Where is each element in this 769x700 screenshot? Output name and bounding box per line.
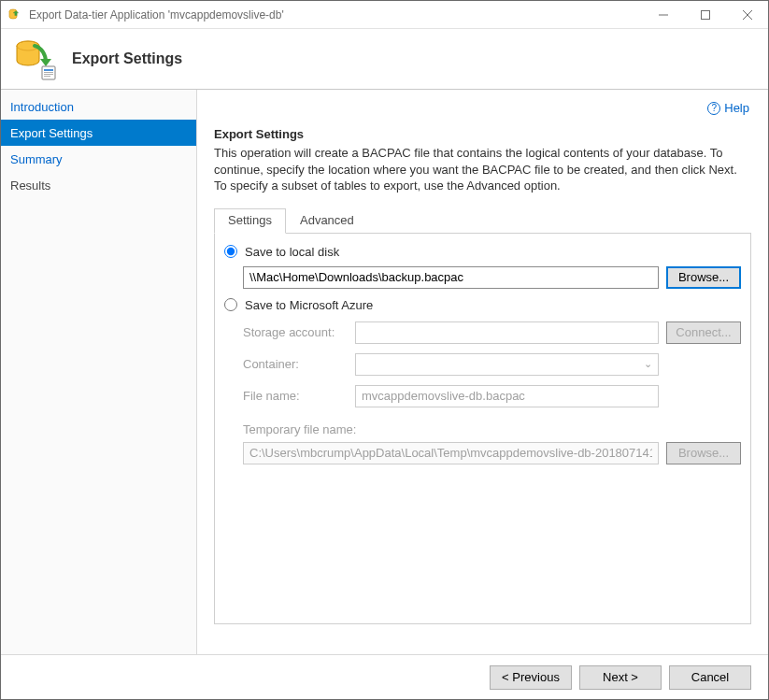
- window-title: Export Data-tier Application 'mvcappdemo…: [29, 8, 642, 21]
- browse-temp-button: Browse...: [666, 442, 741, 464]
- sidebar-item-label: Results: [10, 179, 50, 193]
- local-path-row: Browse...: [243, 266, 741, 289]
- storage-account-input: [355, 321, 659, 344]
- sidebar-item-introduction[interactable]: Introduction: [1, 93, 196, 120]
- connect-button: Connect...: [666, 321, 741, 344]
- titlebar: Export Data-tier Application 'mvcappdemo…: [1, 1, 768, 29]
- cancel-button[interactable]: Cancel: [669, 665, 751, 690]
- tab-settings[interactable]: Settings: [214, 208, 286, 234]
- local-path-input[interactable]: [243, 266, 659, 289]
- help-label: Help: [724, 101, 749, 115]
- temp-file-row: Temporary file name:: [243, 422, 741, 436]
- help-icon: ?: [707, 102, 720, 115]
- body: Introduction Export Settings Summary Res…: [1, 90, 768, 654]
- svg-rect-8: [44, 69, 53, 71]
- save-local-radio-label: Save to local disk: [245, 245, 339, 259]
- bottom-bar: < Previous Next > Cancel: [1, 654, 768, 699]
- save-local-radio-row[interactable]: Save to local disk: [224, 245, 741, 259]
- file-name-row: File name:: [243, 385, 741, 407]
- temp-file-value-row: Browse...: [243, 442, 741, 464]
- sidebar-item-label: Export Settings: [10, 126, 93, 140]
- file-name-input: [355, 385, 659, 407]
- temp-file-label: Temporary file name:: [243, 422, 356, 436]
- header-icon: [14, 36, 59, 81]
- container-label: Container:: [243, 357, 355, 371]
- minimize-button[interactable]: [642, 1, 684, 28]
- help-link[interactable]: ? Help: [707, 101, 749, 115]
- maximize-button[interactable]: [684, 1, 726, 28]
- storage-account-row: Storage account: Connect...: [243, 321, 741, 344]
- temp-file-input: [243, 442, 659, 464]
- container-row: Container: ⌄: [243, 353, 741, 376]
- chevron-down-icon: ⌄: [644, 358, 652, 370]
- file-name-label: File name:: [243, 389, 355, 403]
- sidebar-item-export-settings[interactable]: Export Settings: [1, 120, 196, 146]
- sidebar-item-label: Introduction: [10, 100, 74, 114]
- browse-local-button[interactable]: Browse...: [666, 266, 741, 289]
- svg-rect-9: [44, 72, 53, 73]
- save-local-radio[interactable]: [224, 245, 237, 258]
- svg-rect-2: [701, 10, 709, 19]
- container-select-wrap: ⌄: [355, 353, 659, 376]
- svg-rect-10: [44, 74, 53, 75]
- save-azure-radio[interactable]: [224, 298, 237, 311]
- sidebar: Introduction Export Settings Summary Res…: [1, 90, 197, 654]
- sidebar-item-label: Summary: [10, 152, 63, 166]
- main: ? Help Export Settings This operation wi…: [197, 90, 768, 654]
- tab-advanced[interactable]: Advanced: [286, 208, 368, 234]
- svg-rect-11: [44, 76, 50, 77]
- save-azure-radio-row[interactable]: Save to Microsoft Azure: [224, 298, 741, 312]
- settings-form: Save to local disk Browse... Save to Mic…: [214, 234, 751, 624]
- close-button[interactable]: [726, 1, 768, 28]
- save-azure-radio-label: Save to Microsoft Azure: [245, 298, 373, 312]
- sidebar-item-summary[interactable]: Summary: [1, 146, 196, 172]
- app-icon: [8, 7, 23, 22]
- section-description: This operation will create a BACPAC file…: [214, 145, 751, 194]
- page-title: Export Settings: [72, 50, 182, 67]
- window-controls: [642, 1, 768, 28]
- container-select: ⌄: [355, 353, 659, 376]
- previous-button[interactable]: < Previous: [490, 665, 572, 690]
- sidebar-item-results[interactable]: Results: [1, 172, 196, 198]
- storage-account-label: Storage account:: [243, 325, 355, 339]
- section-title: Export Settings: [214, 127, 751, 141]
- next-button[interactable]: Next >: [579, 665, 662, 690]
- tabs: SettingsAdvanced: [214, 207, 751, 234]
- header: Export Settings: [1, 29, 768, 90]
